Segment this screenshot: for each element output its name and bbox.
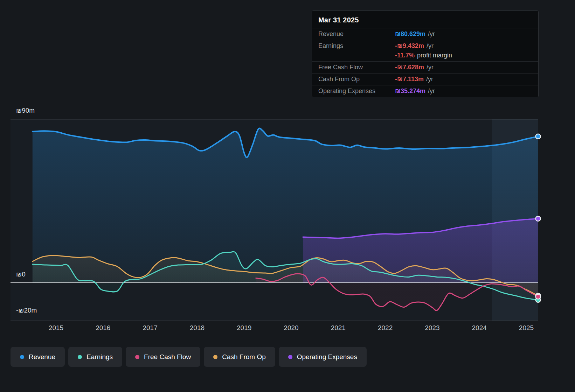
tooltip-row: Earnings-₪9.432m/yr-11.7%profit margin [312,40,538,61]
operating-expenses-endpoint [536,216,541,221]
revenue-area [33,128,538,283]
free-cash-flow-area [256,274,538,310]
tooltip-row-value: -₪9.432m [395,41,424,51]
tooltip-row: Operating Expenses₪35.274m/yr [312,85,538,97]
data-tooltip: Mar 31 2025 Revenue₪80.629m/yrEarnings-₪… [312,10,539,97]
operating-expenses-area [303,219,538,283]
operating-expenses-line [303,219,538,238]
earnings-revenue-history-chart: ₪90m ₪0 -₪20m 20152016201720182019202020… [0,0,575,392]
tooltip-row-unit: /yr [428,29,435,39]
x-axis-label: 2015 [49,324,63,332]
x-axis-label: 2023 [425,324,439,332]
legend-item-label: Free Cash Flow [144,353,191,361]
tooltip-row-value: -₪7.113m [395,75,424,84]
tooltip-row-value: ₪35.274m [395,86,425,96]
legend-item-revenue[interactable]: Revenue [11,347,65,367]
y-axis-label-90m: ₪90m [16,107,35,114]
cash-from-op-endpoint [536,293,541,298]
tooltip-row-label: Earnings [318,41,395,51]
x-axis-label: 2018 [190,324,205,332]
x-axis-label: 2019 [237,324,251,332]
tooltip-row: Cash From Op-₪7.113m/yr [312,73,538,85]
revenue-line [33,128,538,158]
y-axis-label-neg20m: -₪20m [16,307,37,314]
x-axis-label: 2016 [96,324,110,332]
revenue-dot-icon [20,355,24,359]
tooltip-row-label: Cash From Op [318,75,395,84]
tooltip-profit-margin: -11.7%profit margin [318,51,532,60]
tooltip-row-label: Free Cash Flow [318,63,395,72]
x-axis-label: 2020 [284,324,298,332]
legend-item-earnings[interactable]: Earnings [68,347,122,367]
x-axis-label: 2022 [378,324,393,332]
tooltip-row-label: Operating Expenses [318,86,395,96]
earnings-endpoint [536,298,541,302]
legend-item-label: Revenue [29,353,55,361]
x-axis-label: 2024 [472,324,487,332]
x-axis-label: 2021 [331,324,346,332]
tooltip-row-unit: /yr [426,75,433,84]
earnings-dot-icon [78,355,82,359]
tooltip-row-unit: /yr [428,86,435,96]
tooltip-rows: Revenue₪80.629m/yrEarnings-₪9.432m/yr-11… [312,28,538,97]
tooltip-row: Free Cash Flow-₪7.628m/yr [312,61,538,73]
cash-from-op-line [33,255,538,296]
legend-item-free-cash-flow[interactable]: Free Cash Flow [126,347,200,367]
tooltip-row-label: Revenue [318,29,395,39]
legend-item-cash-from-op[interactable]: Cash From Op [204,347,275,367]
x-axis-label: 2025 [519,324,534,332]
earnings-area [33,252,538,300]
operating-expenses-dot-icon [288,355,292,359]
tooltip-row-unit: /yr [427,41,434,51]
tooltip-row-unit: /yr [427,63,434,72]
y-axis-label-0: ₪0 [16,271,26,278]
x-axis: 2015201620172018201920202021202220232024… [0,324,575,335]
legend-item-operating-expenses[interactable]: Operating Expenses [279,347,367,367]
legend-item-label: Earnings [86,353,113,361]
chart-legend: RevenueEarningsFree Cash FlowCash From O… [11,347,367,367]
cash-from-op-dot-icon [213,355,217,359]
recent-period-highlight-band [492,119,538,321]
free-cash-flow-endpoint [536,294,541,299]
tooltip-row-value: ₪80.629m [395,29,425,39]
earnings-line [33,252,538,300]
revenue-endpoint [536,134,541,139]
plot-background [11,119,538,321]
tooltip-row-value: -₪7.628m [395,63,424,72]
free-cash-flow-dot-icon [135,355,139,359]
cash-from-op-area [33,255,538,296]
tooltip-row: Revenue₪80.629m/yr [312,28,538,40]
legend-item-label: Cash From Op [222,353,266,361]
x-axis-label: 2017 [143,324,157,332]
tooltip-date: Mar 31 2025 [312,11,538,28]
free-cash-flow-line [256,274,538,310]
legend-item-label: Operating Expenses [297,353,357,361]
